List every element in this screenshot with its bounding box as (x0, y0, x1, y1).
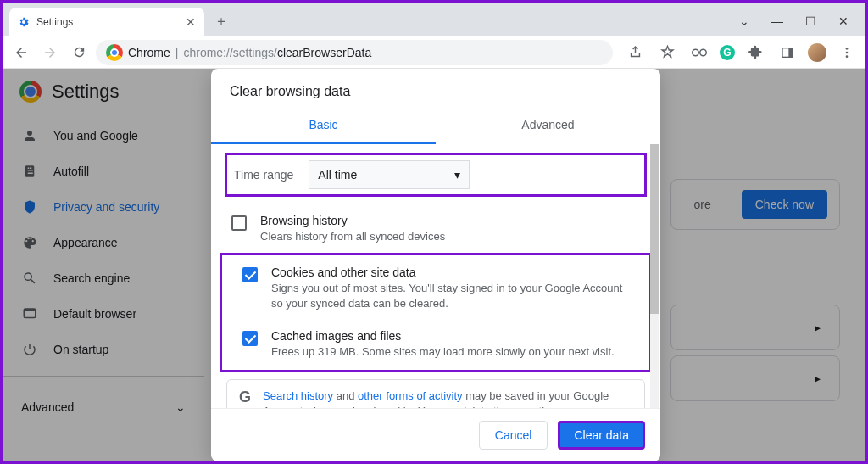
tab-advanced[interactable]: Advanced (436, 108, 660, 144)
svg-point-6 (846, 55, 849, 58)
address-host: Chrome (128, 46, 170, 59)
address-bar[interactable]: Chrome | chrome://settings/clearBrowserD… (96, 40, 613, 65)
svg-point-1 (700, 49, 707, 56)
gear-icon (18, 16, 30, 28)
page-content: Settings You and Google Autofill Privacy… (3, 69, 865, 461)
browser-tab[interactable]: Settings ✕ (9, 8, 204, 36)
window-titlebar: Settings ✕ ＋ ⌄ ― ☐ ✕ (3, 3, 865, 36)
forward-button (38, 41, 62, 64)
checkbox-checked[interactable] (242, 331, 258, 346)
clear-data-button[interactable]: Clear data (558, 421, 645, 450)
option-cache[interactable]: Cached images and files Frees up 319 MB.… (222, 321, 649, 368)
window-maximize-icon[interactable]: ☐ (805, 14, 816, 28)
window-minimize-icon[interactable]: ― (771, 14, 783, 28)
checkbox-checked[interactable] (242, 267, 258, 282)
extensions-icon[interactable] (743, 41, 767, 64)
dialog-title: Clear browsing data (211, 69, 660, 108)
cancel-button[interactable]: Cancel (479, 421, 548, 450)
svg-point-4 (846, 48, 849, 50)
browser-toolbar: Chrome | chrome://settings/clearBrowserD… (3, 36, 865, 69)
highlighted-options: Cookies and other site data Signs you ou… (220, 253, 652, 372)
option-browsing-history[interactable]: Browsing history Clears history from all… (211, 205, 660, 253)
svg-point-0 (693, 49, 699, 56)
dropdown-triangle-icon: ▾ (454, 168, 460, 182)
reload-button[interactable] (67, 41, 91, 64)
sidepanel-icon[interactable] (776, 41, 799, 64)
profile-avatar[interactable] (808, 43, 826, 62)
time-range-row: Time range All time ▾ (225, 153, 647, 197)
svg-rect-3 (788, 48, 793, 57)
window-dropdown-icon[interactable]: ⌄ (739, 14, 749, 28)
time-range-label: Time range (234, 168, 293, 182)
link-other-activity[interactable]: other forms of activity (358, 389, 463, 402)
bookmark-icon[interactable] (655, 41, 679, 64)
extension-1-icon[interactable] (687, 41, 711, 64)
link-search-history[interactable]: Search history (263, 389, 333, 402)
back-button[interactable] (9, 41, 33, 64)
tab-title: Settings (36, 16, 73, 28)
tab-basic[interactable]: Basic (211, 108, 436, 144)
scrollbar-thumb[interactable] (650, 144, 659, 314)
close-tab-icon[interactable]: ✕ (186, 15, 196, 29)
menu-icon[interactable] (835, 41, 859, 64)
option-cookies[interactable]: Cookies and other site data Signs you ou… (222, 257, 649, 320)
grammarly-icon[interactable]: G (720, 45, 735, 60)
new-tab-button[interactable]: ＋ (209, 9, 233, 33)
account-info-row: G Search history and other forms of acti… (226, 379, 645, 408)
share-icon[interactable] (623, 41, 647, 64)
clear-data-dialog: Clear browsing data Basic Advanced Time … (211, 69, 660, 461)
window-close-icon[interactable]: ✕ (838, 14, 849, 28)
svg-point-5 (846, 51, 849, 53)
chrome-logo-icon (106, 44, 123, 61)
google-g-icon: G (239, 389, 251, 406)
checkbox-unchecked[interactable] (231, 215, 247, 231)
time-range-select[interactable]: All time ▾ (309, 160, 470, 189)
